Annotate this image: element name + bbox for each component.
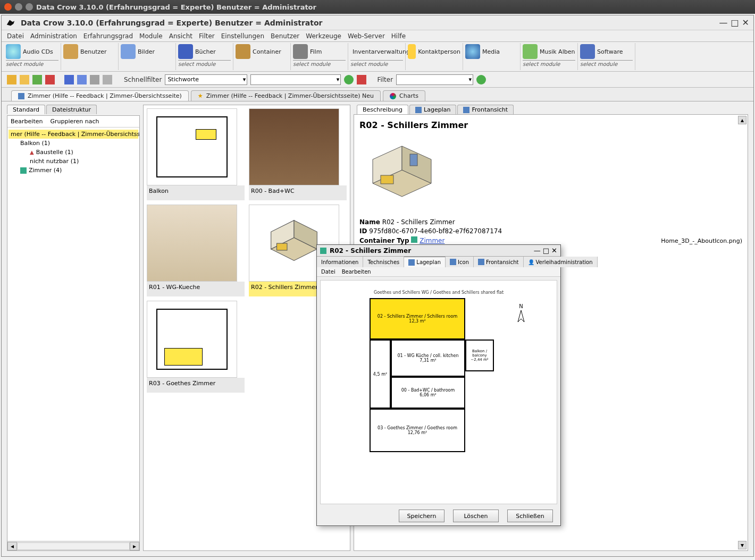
save-button[interactable]: Speichern <box>399 510 444 522</box>
module-benutzer[interactable]: Benutzer <box>61 43 119 70</box>
module-film[interactable]: Filmselect module <box>291 43 348 70</box>
left-panel: Standard Dateistruktur Bearbeiten Gruppi… <box>7 105 140 551</box>
dlgtab-frontansicht[interactable]: Frontansicht <box>474 257 524 267</box>
left-gruppieren[interactable]: Gruppieren nach <box>50 118 99 125</box>
dlg-menu-datei[interactable]: Datei <box>321 269 335 275</box>
os-close-icon[interactable] <box>4 3 12 11</box>
tab-icon <box>18 93 24 99</box>
detail-scroll-down-icon[interactable]: ▾ <box>738 541 746 549</box>
dtab-frontansicht[interactable]: Frontansicht <box>457 105 514 114</box>
subtab-dateistruktur[interactable]: Dateistruktur <box>46 105 97 114</box>
dlgtab-technisches[interactable]: Technisches <box>363 257 404 267</box>
menu-werkzeuge[interactable]: Werkzeuge <box>306 32 341 40</box>
module-software[interactable]: Softwareselect module <box>578 43 635 70</box>
fp-room-01: 01 - WG Küche / coll. kitchen7,31 m² <box>391 340 465 377</box>
thumb-r01[interactable]: R01 - WG-Kueche <box>147 205 245 296</box>
clear-quickfilter-icon[interactable] <box>357 75 366 84</box>
dialog-close-icon[interactable]: ✕ <box>551 247 557 254</box>
svg-rect-8 <box>410 154 417 166</box>
module-audio-cds[interactable]: Audio CDsselect module <box>4 43 61 70</box>
picture-icon <box>478 259 484 265</box>
tree-item-baustelle[interactable]: ▲Baustelle (1) <box>9 148 138 157</box>
module-media[interactable]: Media <box>463 43 521 70</box>
dialog-titlebar[interactable]: R02 - Schillers Zimmer — □ ✕ <box>317 245 560 257</box>
dlgtab-lageplan[interactable]: Lageplan <box>404 257 446 267</box>
detail-iso-preview <box>359 135 444 210</box>
dialog-maximize-icon[interactable]: □ <box>543 247 549 254</box>
window-maximize-icon[interactable]: □ <box>731 18 739 28</box>
module-musik[interactable]: Musik Albenselect module <box>521 43 578 70</box>
field-id: ID 975fd80c-6707-4e60-bf82-e7f627087174 <box>359 227 742 235</box>
fp-room-balkon: Balkon / balcony~2,44 m² <box>465 340 494 371</box>
tree-item-balkon[interactable]: Balkon (1) <box>9 139 138 148</box>
add-icon[interactable] <box>32 75 42 84</box>
filter-select[interactable]: ▾ <box>396 74 473 85</box>
tree-root[interactable]: mer (Hilfe -- Feedback | Zimmer-Übersich… <box>9 130 138 139</box>
delete-icon[interactable] <box>45 75 55 84</box>
music-icon <box>523 44 538 59</box>
container-type-link[interactable]: Zimmer <box>420 237 444 244</box>
edit-dialog: R02 - Schillers Zimmer — □ ✕ Information… <box>316 244 561 526</box>
svg-rect-3 <box>277 243 288 250</box>
tab-zimmer-neu[interactable]: ★Zimmer (Hilfe -- Feedback | Zimmer-Über… <box>191 90 381 101</box>
menu-datei[interactable]: Datei <box>7 32 24 40</box>
menu-erfahrungsgrad[interactable]: Erfahrungsgrad <box>83 32 133 40</box>
module-buecher[interactable]: Bücherselect module <box>176 43 233 70</box>
subtab-standard[interactable]: Standard <box>7 105 45 114</box>
fp-room-03: 03 - Goethes Zimmer / Goethes room12,76 … <box>370 409 465 452</box>
os-minimize-icon[interactable] <box>15 3 22 11</box>
dialog-minimize-icon[interactable]: — <box>534 247 541 254</box>
module-container[interactable]: Container <box>233 43 291 70</box>
app-icon <box>6 18 15 28</box>
dtab-beschreibung[interactable]: Beschreibung <box>357 105 408 114</box>
delete-button[interactable]: Löschen <box>453 510 499 522</box>
tree: mer (Hilfe -- Feedback | Zimmer-Übersich… <box>7 128 139 541</box>
app-titlebar: Data Crow 3.10.0 (Erfahrungsgrad = Exper… <box>2 15 753 30</box>
module-bar: Audio CDsselect module Benutzer Bilder B… <box>2 42 753 72</box>
menu-hilfe[interactable]: Hilfe <box>391 32 406 40</box>
thumb-balkon[interactable]: Balkon <box>147 108 245 200</box>
menu-webserver[interactable]: Web-Server <box>348 32 385 40</box>
window-close-icon[interactable]: ✕ <box>742 18 749 28</box>
dlg-menu-bearbeiten[interactable]: Bearbeiten <box>342 269 371 275</box>
left-bearbeiten[interactable]: Bearbeiten <box>11 118 43 125</box>
tree-hscroll[interactable]: ◂ ▸ <box>7 541 139 550</box>
edit-icon[interactable] <box>7 75 16 84</box>
zoom-in-icon[interactable] <box>90 75 99 84</box>
dlgtab-informationen[interactable]: Informationen <box>317 257 363 267</box>
apply-filter-icon[interactable] <box>476 75 486 84</box>
open-icon[interactable] <box>20 75 29 84</box>
tab-charts[interactable]: Charts <box>383 90 425 101</box>
scroll-right-icon[interactable]: ▸ <box>130 542 139 550</box>
scroll-left-icon[interactable]: ◂ <box>7 542 17 550</box>
save-all-icon[interactable] <box>77 75 87 84</box>
save-icon[interactable] <box>64 75 74 84</box>
thumb-r03[interactable]: R03 - Goethes Zimmer <box>147 301 245 393</box>
module-inventar[interactable]: Inventarverwaltungselect module <box>348 43 406 70</box>
dtab-lageplan[interactable]: Lageplan <box>409 105 456 114</box>
dlgtab-verleih[interactable]: 👤Verleihadministration <box>524 257 598 267</box>
menu-benutzer[interactable]: Benutzer <box>271 32 299 40</box>
os-maximize-icon[interactable] <box>26 3 33 11</box>
dlgtab-icon[interactable]: Icon <box>446 257 474 267</box>
schnellfilter-value-select[interactable]: ▾ <box>250 74 341 85</box>
module-bilder[interactable]: Bilder <box>119 43 176 70</box>
tab-zimmer[interactable]: Zimmer (Hilfe -- Feedback | Zimmer-Übers… <box>11 90 189 101</box>
tree-item-zimmer[interactable]: Zimmer (4) <box>9 166 138 175</box>
zoom-out-icon[interactable] <box>103 75 112 84</box>
window-minimize-icon[interactable]: — <box>719 18 727 28</box>
thumb-r00[interactable]: R00 - Bad+WC <box>249 108 347 200</box>
menu-administration[interactable]: Administration <box>30 32 77 40</box>
menu-ansicht[interactable]: Ansicht <box>169 32 192 40</box>
image-icon <box>121 44 136 59</box>
dialog-menubar: Datei Bearbeiten <box>317 267 560 277</box>
close-button[interactable]: Schließen <box>507 510 553 522</box>
schnellfilter-field-select[interactable]: Stichworte▾ <box>165 74 247 85</box>
module-kontakt[interactable]: Kontaktperson <box>406 43 463 70</box>
detail-scroll-up-icon[interactable]: ▴ <box>738 116 746 124</box>
apply-quickfilter-icon[interactable] <box>344 75 354 84</box>
menu-filter[interactable]: Filter <box>199 32 215 40</box>
menu-einstellungen[interactable]: Einstellungen <box>221 32 264 40</box>
tree-item-nicht-nutzbar[interactable]: nicht nutzbar (1) <box>9 157 138 166</box>
menu-module[interactable]: Module <box>139 32 163 40</box>
